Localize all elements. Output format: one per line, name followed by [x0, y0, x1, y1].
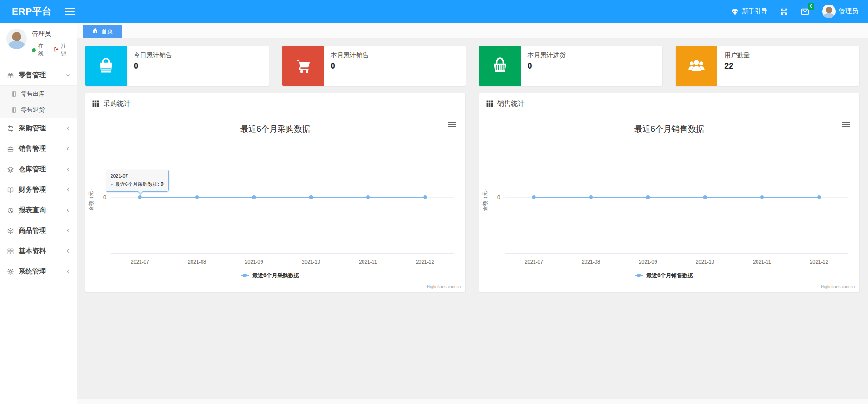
- sidebar-subitem-label: 零售退货: [21, 106, 45, 114]
- briefcase-icon: [7, 145, 15, 153]
- chart-export-menu-icon[interactable]: [842, 122, 850, 127]
- data-point-0[interactable]: [138, 195, 142, 199]
- user-panel: 管理员 在线 注销: [0, 23, 77, 63]
- x-axis-tick-label: 2021-11: [359, 259, 377, 264]
- y-axis-tick: 0: [103, 195, 106, 200]
- data-point-3[interactable]: [309, 195, 313, 199]
- data-point-1[interactable]: [195, 195, 199, 199]
- stat-card-2[interactable]: 本月累计进货0: [479, 46, 663, 86]
- sidebar-subitem[interactable]: 零售出库: [0, 86, 77, 102]
- sidebar-item-0[interactable]: 零售管理: [0, 65, 77, 85]
- stat-card-value: 0: [331, 61, 369, 71]
- chart-panels-row: 采购统计 最近6个月采购数据金额（元）02021-072021-082021-0…: [85, 93, 859, 292]
- stat-card-label: 用户数量: [724, 51, 750, 60]
- messages-button[interactable]: 0: [801, 7, 809, 16]
- shopping-cart-icon: [282, 46, 324, 86]
- pie-icon: [7, 206, 15, 214]
- x-axis-tick-label: 2021-11: [753, 259, 771, 264]
- sidebar-subitem[interactable]: 零售退货: [0, 102, 77, 118]
- panel-purchase-stats: 采购统计 最近6个月采购数据金额（元）02021-072021-082021-0…: [85, 93, 465, 292]
- stat-card-1[interactable]: 本月累计销售0: [282, 46, 466, 86]
- guide-link[interactable]: 新手引导: [731, 7, 767, 15]
- data-point-0[interactable]: [532, 195, 536, 199]
- sidebar-item-label: 销售管理: [19, 145, 46, 153]
- chart-title: 最近6个月销售数据: [634, 125, 704, 134]
- data-point-5[interactable]: [423, 195, 427, 199]
- data-point-2[interactable]: [646, 195, 650, 199]
- footer-divider: [77, 399, 868, 404]
- users-icon: [676, 46, 717, 86]
- sidebar-item-label: 系统管理: [19, 267, 46, 276]
- sidebar-item-label: 零售管理: [19, 71, 46, 80]
- user-menu[interactable]: 管理员: [822, 5, 858, 18]
- x-axis-tick-label: 2021-07: [131, 259, 149, 264]
- chevron-left-icon: [66, 187, 71, 192]
- tab-home[interactable]: 首页: [83, 25, 122, 38]
- sidebar-toggle-icon[interactable]: [65, 8, 75, 15]
- gear-icon: [7, 268, 15, 275]
- chart-title: 最近6个月采购数据: [240, 125, 310, 134]
- x-axis-tick-label: 2021-12: [416, 259, 434, 264]
- stat-card-value: 22: [724, 61, 750, 71]
- stat-card-0[interactable]: 今日累计销售0: [85, 46, 269, 86]
- top-navbar: ERP平台 新手引导 0 管理员: [0, 0, 868, 23]
- sidebar-item-6[interactable]: 商品管理: [0, 220, 77, 241]
- th-grid-icon: [92, 100, 99, 107]
- sidebar-item-3[interactable]: 仓库管理: [0, 159, 77, 180]
- data-point-5[interactable]: [817, 195, 821, 199]
- data-point-2[interactable]: [252, 195, 256, 199]
- chevron-left-icon: [66, 146, 71, 151]
- x-axis-tick-label: 2021-09: [245, 259, 263, 264]
- panel-header: 采购统计: [85, 93, 465, 114]
- chart-credits[interactable]: Highcharts.com.cn: [821, 284, 855, 289]
- repeat-icon: [7, 125, 15, 132]
- panel-header: 销售统计: [479, 93, 859, 114]
- shopping-basket-icon: [479, 46, 521, 86]
- data-point-4[interactable]: [760, 195, 764, 199]
- sidebar-item-label: 商品管理: [19, 226, 46, 235]
- sidebar-item-5[interactable]: 报表查询: [0, 200, 77, 220]
- chart-credits[interactable]: Highcharts.com.cn: [427, 284, 461, 289]
- app-logo[interactable]: ERP平台: [0, 5, 64, 18]
- data-point-1[interactable]: [589, 195, 593, 199]
- legend-item[interactable]: 最近6个月销售数据: [635, 272, 693, 279]
- x-axis-tick-label: 2021-08: [582, 259, 600, 264]
- sidebar-item-2[interactable]: 销售管理: [0, 139, 77, 159]
- data-point-3[interactable]: [703, 195, 707, 199]
- y-axis-tick: 0: [497, 195, 500, 200]
- logout-link[interactable]: 注销: [53, 42, 71, 58]
- th-grid-icon: [486, 100, 493, 107]
- stat-card-value: 0: [528, 61, 566, 71]
- stat-card-label: 本月累计销售: [331, 51, 369, 60]
- file-icon: [11, 107, 17, 113]
- sidebar-item-label: 仓库管理: [19, 165, 46, 174]
- sign-out-icon: [53, 46, 59, 54]
- sidebar-item-7[interactable]: 基本资料: [0, 241, 77, 261]
- tabs-bar: 首页: [77, 23, 868, 38]
- sidebar-item-4[interactable]: 财务管理: [0, 180, 77, 200]
- stat-card-3[interactable]: 用户数量22: [676, 46, 859, 86]
- chevron-left-icon: [66, 249, 71, 254]
- grid-icon: [7, 247, 15, 255]
- purchase-chart: 最近6个月采购数据金额（元）02021-072021-082021-092021…: [85, 114, 465, 292]
- sidebar-item-label: 采购管理: [19, 124, 46, 133]
- stat-card-label: 今日累计销售: [134, 51, 172, 60]
- panel-title: 采购统计: [103, 100, 131, 108]
- fullscreen-button[interactable]: [780, 8, 788, 15]
- legend-label: 最近6个月销售数据: [646, 272, 693, 279]
- x-axis-tick-label: 2021-10: [696, 259, 714, 264]
- data-point-4[interactable]: [366, 195, 370, 199]
- stat-card-value: 0: [134, 61, 172, 71]
- sidebar-item-label: 财务管理: [19, 185, 46, 194]
- sidebar-item-8[interactable]: 系统管理: [0, 261, 77, 282]
- legend-item[interactable]: 最近6个月采购数据: [241, 272, 299, 279]
- y-axis-label: 金额（元）: [482, 186, 488, 211]
- user-name: 管理员: [32, 30, 71, 38]
- sidebar-item-1[interactable]: 采购管理: [0, 118, 77, 139]
- legend-label: 最近6个月采购数据: [252, 272, 299, 279]
- chart-export-menu-icon[interactable]: [448, 122, 456, 127]
- panel-sales-stats: 销售统计 最近6个月销售数据金额（元）02021-072021-082021-0…: [479, 93, 859, 292]
- gift-icon: [7, 71, 15, 79]
- navbar-right: 新手引导 0 管理员: [731, 5, 868, 18]
- sidebar-subitem-label: 零售出库: [21, 90, 45, 98]
